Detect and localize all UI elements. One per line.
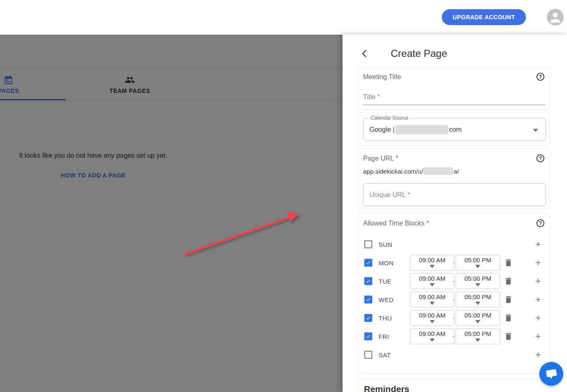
chat-fab-button[interactable]	[539, 362, 563, 386]
drawer-title: Create Page	[391, 48, 447, 59]
back-button[interactable]	[358, 48, 370, 59]
plus-icon	[534, 240, 542, 249]
day-label: SUN	[379, 241, 392, 248]
start-time-select[interactable]: 09:00 AM	[410, 292, 454, 307]
plus-icon	[534, 351, 542, 359]
time-value: 05:00 PM	[456, 312, 500, 319]
add-time-block-button[interactable]	[534, 332, 542, 341]
time-block-row: SAT	[359, 346, 549, 364]
time-value: 09:00 AM	[410, 275, 454, 282]
drawer-header: Create Page	[343, 35, 567, 64]
calendar-source-card: Calendar Source Google | com	[358, 112, 550, 146]
dropdown-caret-icon	[533, 129, 538, 132]
end-time-select[interactable]: 05:00 PM	[456, 292, 500, 307]
plus-icon	[534, 277, 542, 285]
person-icon	[547, 9, 564, 26]
time-block-row: FRI09:00 AM-05:00 PM	[359, 327, 549, 346]
delete-time-block-button[interactable]	[504, 332, 513, 341]
title-input[interactable]	[363, 89, 546, 105]
reminders-title: Reminders	[364, 384, 410, 392]
time-blocks-card: Allowed Time Blocks * ? SUNMON09:00 AM-0…	[358, 213, 550, 374]
day-label: MON	[379, 259, 394, 266]
app-root: PAGES TEAM PAGES It looks like you do no…	[0, 0, 567, 392]
add-time-block-button[interactable]	[534, 259, 542, 267]
day-checkbox[interactable]	[364, 296, 372, 304]
calendar-source-value-suffix: com	[449, 126, 461, 133]
start-time-select[interactable]: 09:00 AM	[410, 310, 454, 326]
range-separator: -	[453, 259, 455, 266]
calendar-source-label: Calendar Source	[369, 115, 410, 121]
day-checkbox[interactable]	[364, 259, 372, 267]
red-annotation-arrow	[176, 207, 310, 266]
trash-icon	[504, 295, 513, 304]
plus-icon	[534, 314, 542, 322]
add-time-block-button[interactable]	[534, 240, 542, 249]
end-time-select[interactable]: 05:00 PM	[456, 273, 500, 289]
time-blocks-label: Allowed Time Blocks *	[363, 220, 429, 227]
add-time-block-button[interactable]	[534, 314, 542, 322]
caret-down-icon	[475, 283, 480, 287]
page-url-label: Page URL *	[363, 155, 398, 162]
time-value: 09:00 AM	[410, 256, 454, 264]
day-checkbox[interactable]	[364, 333, 372, 341]
chat-bubble-icon	[539, 362, 563, 386]
time-block-row: TUE09:00 AM-05:00 PM	[359, 272, 549, 290]
end-time-select[interactable]: 05:00 PM	[456, 328, 500, 344]
add-time-block-button[interactable]	[534, 277, 542, 285]
caret-down-icon	[430, 338, 435, 342]
time-value: 05:00 PM	[456, 256, 500, 264]
end-time-select[interactable]: 05:00 PM	[456, 255, 500, 271]
range-separator: -	[453, 278, 455, 284]
trash-icon	[504, 258, 513, 267]
day-label: FRI	[379, 333, 389, 340]
time-value: 09:00 AM	[410, 293, 454, 300]
account-avatar[interactable]	[547, 9, 564, 26]
meeting-title-label: Meeting Title	[363, 73, 401, 81]
trash-icon	[504, 277, 513, 286]
start-time-select[interactable]: 09:00 AM	[410, 328, 454, 344]
plus-icon	[534, 332, 542, 341]
add-time-block-button[interactable]	[534, 295, 542, 304]
caret-down-icon	[475, 320, 480, 323]
page-url-help-icon[interactable]: ?	[536, 154, 544, 162]
trash-icon	[504, 332, 513, 341]
caret-down-icon	[475, 265, 480, 268]
delete-time-block-button[interactable]	[504, 277, 513, 286]
redacted-url-block	[423, 167, 453, 175]
day-label: THU	[379, 315, 392, 322]
plus-icon	[534, 259, 542, 267]
range-separator: -	[453, 315, 455, 321]
time-block-row: WED09:00 AM-05:00 PM	[359, 290, 549, 309]
caret-down-icon	[430, 320, 435, 323]
delete-time-block-button[interactable]	[504, 313, 513, 323]
upgrade-account-button[interactable]: UPGRADE ACCOUNT	[442, 9, 526, 25]
day-label: SAT	[379, 351, 391, 359]
base-url-suffix: a/	[454, 168, 459, 175]
time-value: 09:00 AM	[410, 330, 454, 337]
start-time-select[interactable]: 09:00 AM	[410, 255, 454, 271]
base-url-text: app.sidekickai.com/u/ a/	[363, 167, 459, 175]
time-block-row: THU09:00 AM-05:00 PM	[359, 309, 549, 327]
unique-url-input[interactable]	[363, 183, 546, 206]
caret-down-icon	[475, 338, 480, 342]
day-checkbox[interactable]	[364, 277, 372, 285]
add-time-block-button[interactable]	[534, 351, 542, 359]
caret-down-icon	[430, 283, 435, 287]
chevron-left-icon	[359, 48, 370, 59]
time-block-row: MON09:00 AM-05:00 PM	[359, 254, 549, 272]
delete-time-block-button[interactable]	[504, 258, 513, 267]
end-time-select[interactable]: 05:00 PM	[456, 310, 500, 326]
time-block-row: SUN	[359, 235, 549, 254]
delete-time-block-button[interactable]	[504, 295, 513, 304]
redacted-email-block	[395, 125, 448, 134]
day-checkbox[interactable]	[364, 314, 372, 322]
range-separator: -	[453, 296, 455, 303]
meeting-title-help-icon[interactable]: ?	[536, 73, 544, 81]
time-blocks-help-icon[interactable]: ?	[536, 219, 544, 227]
calendar-source-select[interactable]: Calendar Source Google | com	[363, 118, 546, 141]
day-checkbox[interactable]	[364, 351, 372, 359]
base-url-prefix: app.sidekickai.com/u/	[363, 168, 423, 175]
range-separator: -	[453, 333, 455, 340]
start-time-select[interactable]: 09:00 AM	[410, 273, 454, 289]
day-checkbox[interactable]	[364, 241, 372, 249]
